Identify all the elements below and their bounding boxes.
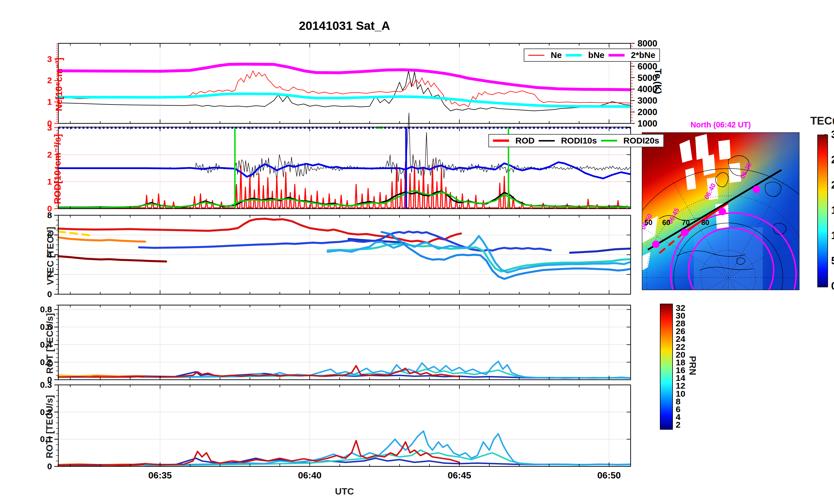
ytick-ne-te: 1 bbox=[47, 97, 52, 107]
legend-label: Ne bbox=[551, 50, 562, 60]
legend-ne-te: NebNe2*bNe bbox=[524, 48, 660, 62]
panel-roti: 00.10.20.306:3506:4006:4506:50 bbox=[40, 380, 631, 480]
legend-line-Ne bbox=[528, 55, 544, 56]
panel-rod: 0123 bbox=[47, 113, 631, 213]
legend-line-RODI20s bbox=[601, 140, 617, 141]
ytick-rod: 1 bbox=[47, 177, 52, 186]
tecu-colorbar-title: TECu bbox=[802, 115, 834, 127]
xtick-label: 06:40 bbox=[298, 470, 322, 480]
axis-label-ne: Ne[10⁵cm⁻³] bbox=[53, 41, 64, 128]
tecu-tick-label: 10 bbox=[831, 230, 834, 242]
axis-label-rot: ROT [TECU/s] bbox=[45, 302, 55, 385]
figure-canvas: 0123100020003000400050006000700080000123… bbox=[0, 0, 834, 504]
tecu-tick-label: 30 bbox=[831, 129, 834, 140]
panel-rot: 00.20.40.60.8 bbox=[40, 304, 631, 384]
legend-label: ROD bbox=[515, 136, 535, 145]
tecu-tick-label: 15 bbox=[831, 204, 834, 216]
legend-line-RODI10s bbox=[539, 140, 555, 141]
tec-polar-map: 06:3506:4006:4506:5050607080 bbox=[618, 133, 834, 388]
latitude-label: 50 bbox=[644, 219, 653, 226]
legend-label: RODI20s bbox=[623, 136, 659, 145]
prn-colorbar-label: PRN bbox=[687, 343, 698, 389]
latitude-label: 70 bbox=[682, 219, 690, 226]
latitude-label: 80 bbox=[701, 219, 709, 226]
track-dot bbox=[753, 186, 760, 193]
legend-rod: RODRODI10sRODI20s bbox=[488, 134, 664, 147]
ytick-rod: 3 bbox=[47, 123, 52, 132]
ytick-rod: 2 bbox=[47, 150, 52, 159]
legend-label: 2*bNe bbox=[631, 50, 655, 60]
map-title: North (06:42 UT) bbox=[642, 120, 799, 130]
axis-label-roti: ROTI [TECU/s] bbox=[44, 384, 55, 470]
legend-label: bNe bbox=[588, 50, 605, 60]
tecu-tick-label: 5 bbox=[831, 255, 834, 267]
xtick-label: 06:35 bbox=[148, 470, 172, 480]
xtick-label: 06:50 bbox=[597, 470, 621, 480]
legend-line-bNe bbox=[566, 54, 582, 56]
tecu-tick-label: 20 bbox=[831, 179, 834, 191]
tecu-tick-label: 25 bbox=[831, 154, 834, 166]
plot-area: 0123100020003000400050006000700080000123… bbox=[0, 0, 834, 504]
legend-line-2*bNe bbox=[609, 54, 624, 56]
latitude-label: 60 bbox=[662, 219, 670, 226]
legend-label: RODI10s bbox=[561, 136, 597, 145]
axis-label-utc: UTC bbox=[58, 486, 631, 497]
legend-line-ROD bbox=[493, 139, 509, 142]
prn-tick-label: 32 bbox=[676, 303, 685, 313]
ytick-ne-te: 2 bbox=[47, 75, 52, 85]
track-dot bbox=[681, 229, 688, 236]
track-dot bbox=[652, 240, 660, 248]
panel-vtec: 02468 bbox=[47, 210, 631, 299]
axis-label-rod: ROD[10⁴cm⁻³/s] bbox=[52, 120, 63, 218]
figure-title: 20141031 Sat_A bbox=[58, 19, 631, 33]
track-dot bbox=[719, 208, 726, 215]
axis-label-vtec: VTEC [TECU] bbox=[45, 213, 56, 299]
tecu-colorbar bbox=[817, 135, 828, 287]
xtick-label: 06:45 bbox=[447, 470, 471, 480]
tecu-tick-label: 0 bbox=[831, 280, 834, 292]
ytick-ne-te: 3 bbox=[47, 54, 52, 64]
prn-colorbar bbox=[660, 304, 673, 430]
